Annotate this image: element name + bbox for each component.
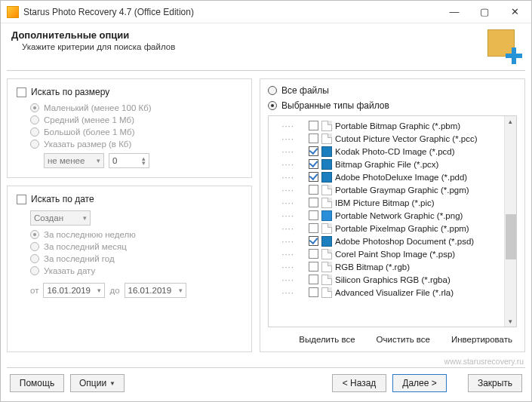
size-large-radio[interactable]: Большой (более 1 Мб)	[30, 127, 242, 137]
filetype-item[interactable]: ····Portable Pixelmap Graphic (*.ppm)	[275, 222, 504, 235]
search-by-size-checkbox[interactable]: Искать по размеру	[17, 87, 242, 97]
filetype-item[interactable]: ····Bitmap Graphic File (*.pcx)	[275, 158, 504, 170]
close-window-button[interactable]: Закрыть	[468, 374, 522, 392]
filetype-item[interactable]: ····Cutout Picture Vector Graphic (*.pcc…	[275, 132, 504, 145]
maximize-button[interactable]: ▢	[469, 2, 500, 23]
filetype-label: IBM Picture Bitmap (*.pic)	[335, 198, 435, 207]
size-custom-radio[interactable]: Указать размер (в Кб)	[30, 140, 242, 149]
filetype-checkbox[interactable]	[309, 223, 318, 233]
all-files-radio[interactable]: Все файлы	[268, 85, 517, 96]
titlebar: Starus Photo Recovery 4.7 (Office Editio…	[1, 1, 531, 23]
filetype-item[interactable]: ····Advanced Visualizer File (*.rla)	[275, 286, 504, 299]
date-custom-radio[interactable]: Указать дату	[30, 266, 242, 275]
filetype-item[interactable]: ····IBM Picture Bitmap (*.pic)	[275, 196, 504, 209]
filetype-item[interactable]: ····Portable Graymap Graphic (*.pgm)	[275, 183, 504, 196]
filetype-checkbox[interactable]	[309, 159, 318, 169]
file-icon	[321, 146, 332, 157]
tree-leaf-icon	[297, 224, 306, 232]
header-icon	[487, 29, 521, 63]
filetype-label: Portable Network Graphic (*.png)	[335, 211, 463, 220]
scroll-thumb[interactable]	[506, 214, 516, 259]
tree-leaf-icon	[297, 186, 306, 194]
scroll-up-icon[interactable]: ▴	[509, 116, 512, 127]
tree-leaf-icon	[297, 237, 306, 245]
filetype-checkbox[interactable]	[309, 185, 318, 195]
wizard-header: Дополнительные опции Укажите критерии дл…	[1, 23, 531, 70]
file-icon	[321, 236, 332, 247]
app-icon	[7, 6, 19, 18]
file-icon	[321, 262, 332, 272]
size-panel: Искать по размеру Маленький (менее 100 К…	[7, 78, 252, 178]
close-button[interactable]: ✕	[500, 2, 530, 23]
filetype-checkbox[interactable]	[309, 210, 318, 220]
select-all-link[interactable]: Выделить все	[299, 335, 355, 344]
size-medium-radio[interactable]: Средний (менее 1 Мб)	[30, 115, 242, 124]
tree-leaf-icon	[297, 173, 306, 181]
page-title: Дополнительные опции	[11, 29, 487, 41]
date-to-label: до	[109, 286, 119, 295]
footer: Помощь Опции ▼ < Назад Далее > Закрыть	[1, 368, 531, 401]
window-title: Starus Photo Recovery 4.7 (Office Editio…	[23, 7, 439, 17]
minimize-button[interactable]: —	[439, 2, 469, 23]
filetype-item[interactable]: ····Kodak Photo-CD Image (*.pcd)	[275, 145, 504, 158]
filetypes-tree[interactable]: ····Portable Bitmap Graphic (*.pbm)····C…	[268, 115, 517, 327]
filetype-item[interactable]: ····RGB Bitmap (*.rgb)	[275, 260, 504, 273]
invert-link[interactable]: Инвертировать	[451, 335, 512, 344]
tree-leaf-icon	[297, 250, 306, 258]
filetype-checkbox[interactable]	[309, 121, 318, 130]
filetype-item[interactable]: ····Adobe Photoshop Document (*.psd)	[275, 235, 504, 247]
size-mode-combo[interactable]: не менее ▾	[44, 153, 104, 168]
date-to-input[interactable]: 16.01.2019 ▾	[125, 283, 186, 298]
search-by-date-checkbox[interactable]: Искать по дате	[17, 194, 242, 204]
chevron-down-icon: ▾	[97, 287, 101, 294]
size-value-spinner[interactable]: 0 ▴▾	[109, 153, 149, 168]
selected-files-radio[interactable]: Выбранные типы файлов	[268, 100, 517, 111]
filetype-checkbox[interactable]	[309, 172, 318, 182]
clear-all-link[interactable]: Очистить все	[377, 335, 430, 344]
filetype-checkbox[interactable]	[309, 198, 318, 207]
filetype-label: Advanced Visualizer File (*.rla)	[335, 288, 454, 297]
filetype-item[interactable]: ····Corel Paint Shop Image (*.psp)	[275, 247, 504, 260]
app-window: Starus Photo Recovery 4.7 (Office Editio…	[0, 0, 532, 402]
size-small-radio[interactable]: Маленький (менее 100 Кб)	[30, 103, 242, 112]
filetype-item[interactable]: ····Adobe PhotoDeluxe Image (*.pdd)	[275, 170, 504, 183]
filetype-checkbox[interactable]	[309, 262, 318, 272]
file-icon	[321, 275, 332, 285]
scrollbar[interactable]: ▴ ▾	[504, 116, 516, 327]
tree-leaf-icon	[297, 121, 306, 130]
filetype-checkbox[interactable]	[309, 236, 318, 246]
filetype-item[interactable]: ····Portable Network Graphic (*.png)	[275, 209, 504, 222]
file-icon	[321, 185, 332, 195]
file-icon	[321, 249, 332, 259]
filetype-label: Corel Paint Shop Image (*.psp)	[335, 250, 455, 259]
tree-leaf-icon	[297, 147, 306, 155]
filetype-label: Silicon Graphics RGB (*.rgba)	[335, 275, 451, 284]
date-from-label: от	[30, 286, 38, 295]
filetype-checkbox[interactable]	[309, 146, 318, 156]
options-button[interactable]: Опции ▼	[70, 374, 125, 392]
filetype-checkbox[interactable]	[309, 275, 318, 284]
filetype-label: Portable Pixelmap Graphic (*.ppm)	[335, 224, 469, 233]
chevron-down-icon: ▼	[109, 380, 115, 387]
date-week-radio[interactable]: За последнюю неделю	[30, 230, 242, 239]
file-icon	[321, 172, 332, 183]
page-subtitle: Укажите критерии для поиска файлов	[22, 42, 487, 51]
next-button[interactable]: Далее >	[392, 374, 447, 392]
help-button[interactable]: Помощь	[10, 374, 64, 392]
tree-leaf-icon	[297, 262, 306, 271]
back-button[interactable]: < Назад	[332, 374, 386, 392]
date-from-input[interactable]: 16.01.2019 ▾	[43, 283, 105, 298]
tree-leaf-icon	[297, 160, 306, 168]
filetype-checkbox[interactable]	[309, 287, 318, 297]
date-year-radio[interactable]: За последний год	[30, 254, 242, 263]
filetypes-panel: Все файлы Выбранные типы файлов ····Port…	[260, 78, 525, 352]
date-field-combo[interactable]: Создан ▾	[30, 210, 91, 226]
tree-leaf-icon	[297, 288, 306, 296]
filetype-checkbox[interactable]	[309, 249, 318, 259]
filetype-item[interactable]: ····Portable Bitmap Graphic (*.pbm)	[275, 119, 504, 132]
scroll-down-icon[interactable]: ▾	[509, 316, 512, 327]
filetype-checkbox[interactable]	[309, 133, 318, 143]
filetype-item[interactable]: ····Silicon Graphics RGB (*.rgba)	[275, 273, 504, 286]
date-month-radio[interactable]: За последний месяц	[30, 242, 242, 251]
file-icon	[321, 133, 332, 144]
